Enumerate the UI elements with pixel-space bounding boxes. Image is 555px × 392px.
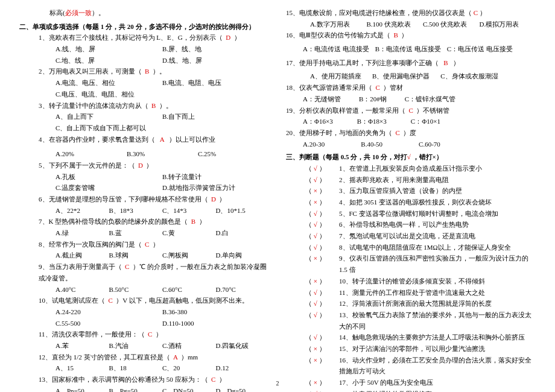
q16-c: C：电压传送 电压接受 bbox=[447, 43, 513, 55]
tf-row: （ √ ）2、摇表即兆欧表，可用来测量高电阻 bbox=[286, 174, 536, 186]
q11-d: D.四氯化碳 bbox=[216, 340, 270, 352]
tf-mark: （ √ ） bbox=[305, 287, 339, 299]
q5-ans: D bbox=[138, 162, 143, 169]
page-number: 2 bbox=[276, 378, 279, 388]
q9-c: C.60°C bbox=[162, 284, 216, 296]
q9: 9、当压力表用于测量高于（ bbox=[39, 263, 122, 270]
tf-row: （ √ ）18、热电偶的螺纹的常用规格有 G1″、M27*2、G3/4″、M33… bbox=[286, 388, 536, 392]
q8-b: B.球阀 bbox=[109, 250, 163, 261]
tf-row: （ × ）17、小于 50V 的电压为安全电压 bbox=[286, 377, 536, 388]
q1-end: ） bbox=[234, 34, 241, 41]
q1-a: A.线、地、屏 bbox=[56, 43, 162, 55]
q12: 12、直径为 1/2 英寸的管径，其工程直径是（ bbox=[39, 353, 170, 361]
tf-mark: （ √ ） bbox=[305, 208, 339, 220]
q2-end: ）。 bbox=[153, 68, 166, 75]
q20: 20、使用梯子时，与地面的夹角为（ bbox=[286, 129, 392, 136]
q8: 8、经常作为一次取压阀的阀门是（ bbox=[39, 241, 142, 248]
q6-b: B、18*3 bbox=[109, 205, 163, 217]
q16-a: A：电流传送 电流接受 bbox=[303, 43, 369, 55]
q4-c: C.25% bbox=[198, 148, 269, 160]
q19-ans: C bbox=[409, 107, 413, 114]
q18-a: A：无缝钢管 bbox=[303, 93, 341, 105]
q3-end: ）。 bbox=[159, 102, 173, 109]
tf-row: （ √ ）1、在管道上孔板安装反向会造成差压计指示变小 bbox=[286, 163, 536, 174]
q1-c: C.地、线、屏 bbox=[56, 55, 162, 66]
q13-a: A、Pn=50 bbox=[56, 385, 109, 392]
q9-ans: C bbox=[125, 263, 129, 270]
tf-row: （ × ）9、仪表引压管路的强压和严密性实验压力，一般应为设计压力的 1.5 倍 bbox=[286, 253, 536, 275]
q16-b: B：电流传送 电压接受 bbox=[375, 43, 441, 55]
q13-b: B、Pg=50 bbox=[109, 385, 163, 392]
tf-mark: （ × ） bbox=[305, 197, 339, 208]
tf-text: 2、摇表即兆欧表，可用来测量高电阻 bbox=[339, 174, 536, 186]
q4-b: B.30% bbox=[127, 148, 198, 160]
tf-text: 15、对于沾满油污的零部件，可以用少量汽油擦洗 bbox=[339, 343, 536, 355]
q1-d: D.线、地、屏 bbox=[162, 55, 269, 66]
q17-ans: B bbox=[443, 59, 448, 66]
q13-c: C、DN=50 bbox=[162, 385, 216, 392]
tf-text: 7、氖泡试电笔可以试出是交流电，还是直流电 bbox=[339, 230, 536, 242]
q6: 6、无缝钢管是理想的导压管，下列哪种规格不经常使用（ bbox=[39, 195, 208, 203]
q18-ans: C bbox=[376, 84, 380, 91]
q13: 13、国家标准中，表示调节阀的公称通径为 50 应标为：（ bbox=[39, 376, 208, 383]
q2-c: C.电压、电流、电阻、相位 bbox=[56, 89, 269, 100]
q6-ans: D bbox=[211, 195, 216, 203]
q10-ans: C bbox=[109, 297, 113, 304]
tf-text: 11、测量元件的工作相应处于管道中流速最大之处 bbox=[339, 287, 536, 299]
q8-d: D.单向阀 bbox=[216, 250, 270, 261]
tf-row: （ √ ）12、浮筒液面计所测液面的最大范围就是浮筒的长度 bbox=[286, 298, 536, 309]
tf-text: 4、如把 3051 变送器的电源极性接反，则仪表会烧坏 bbox=[339, 197, 536, 208]
q8-c: C.闸板阀 bbox=[162, 250, 216, 261]
q10-c: C.55-500 bbox=[56, 318, 162, 329]
q17-c: C、身体或衣服潮湿 bbox=[440, 71, 498, 82]
q1: 1、兆欧表有三个接线柱，其标记符号为 L、E、G，分别表示（ bbox=[39, 34, 223, 41]
tf-mark: （ √ ） bbox=[305, 309, 339, 332]
q20-a: A.20-30 bbox=[303, 139, 325, 150]
q7: 7、K 型热偶补偿导线的负极的绝缘外皮的颜色是（ bbox=[39, 218, 188, 225]
tf-mark: （ × ） bbox=[305, 343, 339, 355]
q12-d: D.12 bbox=[216, 362, 270, 374]
q4: 4、在容器内作业时，要求氧含量达到（ bbox=[39, 136, 155, 143]
q10-b: B.36-380 bbox=[162, 306, 269, 318]
sec3-title-c: ，错打×） bbox=[413, 153, 443, 160]
q16: 16、电Ⅲ型仪表的信号传输方式是（ bbox=[286, 31, 390, 39]
q2-a: A.电流、电压、相位 bbox=[56, 77, 162, 89]
q5-b: B.转子流量计 bbox=[162, 171, 269, 183]
q10-a: A.24-220 bbox=[56, 306, 162, 318]
q13-ans: C bbox=[211, 376, 215, 383]
tf-text: 9、仪表引压管路的强压和严密性实验压力，一般应为设计压力的 1.5 倍 bbox=[339, 253, 536, 275]
q1-b: B.屏、线、地 bbox=[162, 43, 269, 55]
tf-text: 13、校验氧气压力表除了禁油的要求外，其他与一般的压力表没太大的不同 bbox=[339, 309, 536, 332]
tf-mark: （ √ ） bbox=[305, 332, 339, 343]
q8-end: ） bbox=[153, 241, 159, 248]
q20-b: B.40-50 bbox=[361, 139, 382, 150]
q5: 5、下列不属于一次元件的是：（ bbox=[39, 162, 135, 169]
q10-d: D.110-1000 bbox=[162, 318, 269, 329]
q11-end: ） bbox=[156, 330, 162, 338]
q8-ans: C bbox=[145, 241, 149, 248]
tf-row: （ √ ）5、FC 变送器零位微调螺钉顺时针调整时，电流会增加 bbox=[286, 208, 536, 220]
q11-c: C.酒精 bbox=[162, 340, 216, 352]
q16-ans: B bbox=[394, 31, 398, 39]
q20-ans: C bbox=[396, 129, 400, 136]
q13-d: D、Dg=50 bbox=[216, 385, 270, 392]
q20-c: C.60-70 bbox=[419, 139, 440, 150]
q12-end: ）mm bbox=[181, 353, 198, 361]
q7-a: A.绿 bbox=[56, 227, 109, 239]
tf-row: （ √ ）14、触电急救现场的主要救护方法是人工呼吸法和胸外心脏挤压 bbox=[286, 332, 536, 343]
q6-d: D、10*1.5 bbox=[216, 205, 270, 217]
preline-text: 标高( bbox=[49, 9, 65, 16]
q12-b: B、18 bbox=[109, 362, 163, 374]
q20-end: ）度 bbox=[403, 129, 416, 136]
q19: 19、分析仪表的取样管道，一般常采用（ bbox=[286, 107, 405, 114]
q15-c: C.500 伏兆欧表 bbox=[423, 19, 480, 30]
tf-text: 18、热电偶的螺纹的常用规格有 G1″、M27*2、G3/4″、M33*2 bbox=[339, 388, 536, 392]
q3: 3、转子流量计中的流体流动方向从（ bbox=[39, 102, 148, 109]
tf-mark: （ × ） bbox=[305, 185, 339, 197]
tf-row: （ × ）4、如把 3051 变送器的电源极性接反，则仪表会烧坏 bbox=[286, 197, 536, 208]
q17: 17、使用手持电动工具时，下列注意事项哪个正确（ bbox=[286, 59, 439, 66]
tf-row: （ × ）10、转子流量计的锥管必须多倾直安装，不得倾斜 bbox=[286, 276, 536, 287]
q3-a: A、自上而下 bbox=[56, 111, 162, 122]
tf-text: 10、转子流量计的锥管必须多倾直安装，不得倾斜 bbox=[339, 276, 536, 287]
tf-mark: （ √ ） bbox=[305, 388, 339, 392]
